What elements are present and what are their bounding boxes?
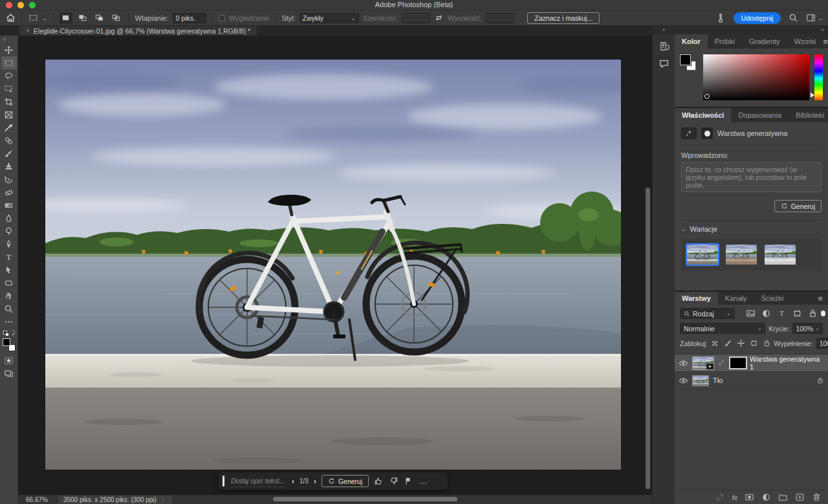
share-button[interactable]: Udostępnij [734, 12, 781, 24]
workspace-icon[interactable] [806, 13, 816, 23]
layer-name[interactable]: Warstwa generatywna 1 [750, 355, 824, 371]
hue-cursor-icon[interactable] [811, 93, 814, 98]
more-options-button[interactable]: … [419, 476, 427, 486]
fill-value-box[interactable]: 100% ⌄ [816, 338, 828, 349]
next-variation-button[interactable]: › [314, 477, 316, 486]
generative-taskbar[interactable]: ‹ 1/3 › Generuj … [219, 472, 448, 490]
tab-adjustments[interactable]: Dopasowania [731, 108, 789, 122]
filter-pixel-layers-icon[interactable] [746, 309, 756, 318]
thumbs-up-button[interactable] [374, 476, 384, 486]
add-mask-button[interactable] [745, 492, 754, 502]
lock-all-icon[interactable] [763, 339, 771, 347]
layer-thumbnail[interactable] [692, 375, 709, 386]
tab-properties[interactable]: Właściwości [675, 108, 731, 122]
hue-slider[interactable] [814, 54, 823, 100]
expand-panels-button[interactable]: » [675, 26, 828, 34]
path-selection-tool[interactable] [1, 263, 17, 276]
visibility-eye-icon[interactable] [679, 358, 688, 368]
shape-tool[interactable] [1, 276, 17, 289]
swap-dimensions-icon[interactable] [434, 13, 444, 23]
toolbar-expand-icon[interactable]: » [3, 37, 6, 43]
history-panel-icon[interactable] [659, 41, 670, 52]
gen-prompt-input[interactable] [230, 476, 287, 487]
layer-row-background[interactable]: Tło [675, 372, 828, 389]
generate-button[interactable]: Generuj [321, 475, 369, 487]
blur-tool[interactable] [1, 212, 17, 225]
tab-patterns[interactable]: Wzorki [787, 34, 823, 49]
feather-input[interactable] [173, 13, 206, 23]
tab-swatches[interactable]: Próbki [708, 34, 742, 49]
generate-button[interactable]: Generuj [774, 200, 822, 212]
prev-variation-button[interactable]: ‹ [292, 477, 294, 486]
lock-position-icon[interactable] [737, 339, 745, 347]
panel-menu-icon[interactable]: ≡ [818, 294, 823, 303]
edit-toolbar-button[interactable] [1, 315, 17, 328]
quick-mask-button[interactable] [1, 354, 17, 367]
opacity-value-box[interactable]: 100% ⌄ [792, 323, 823, 334]
layer-row-generative[interactable]: ✦ Warstwa generatywna 1 [675, 355, 828, 372]
variation-thumbnail-3[interactable] [763, 243, 797, 266]
frame-tool[interactable] [1, 108, 17, 121]
foreground-color-swatch[interactable] [680, 54, 691, 65]
type-tool[interactable]: T [1, 250, 17, 263]
new-group-button[interactable] [778, 492, 788, 502]
chevron-down-icon[interactable]: ⌄ [818, 15, 823, 21]
filter-adjustment-layers-icon[interactable] [761, 309, 771, 318]
marquee-tool-icon[interactable] [28, 13, 38, 23]
object-selection-tool[interactable] [1, 82, 17, 95]
eraser-tool[interactable] [1, 186, 17, 199]
color-swatches[interactable] [3, 338, 16, 351]
search-icon[interactable] [789, 13, 798, 23]
link-layers-button[interactable] [715, 492, 724, 502]
hand-tool[interactable] [1, 289, 17, 302]
antialias-checkbox[interactable] [219, 15, 225, 21]
lock-transparency-icon[interactable] [711, 339, 719, 347]
variation-thumbnail-2[interactable] [724, 243, 758, 266]
variation-thumbnail-1[interactable] [686, 243, 719, 266]
filter-smart-objects-icon[interactable] [808, 309, 818, 318]
visibility-eye-icon[interactable] [679, 376, 688, 386]
default-swap-colors[interactable]: ⤸ [3, 331, 16, 337]
tab-channels[interactable]: Kanały [718, 292, 754, 305]
vertical-scrollbar[interactable] [646, 188, 650, 489]
document-tab[interactable]: × Eleglide-Citycrosser-01.jpg @ 66,7% (W… [19, 26, 257, 36]
report-flag-button[interactable] [404, 476, 413, 486]
add-selection-mode-button[interactable] [76, 12, 89, 24]
delete-layer-button[interactable] [812, 492, 822, 502]
collapse-panels-button[interactable]: « [653, 26, 675, 34]
saturation-brightness-field[interactable] [703, 54, 809, 100]
panel-menu-icon[interactable]: ≡ [823, 37, 828, 47]
lock-pixels-icon[interactable] [724, 339, 732, 347]
layer-name[interactable]: Tło [713, 377, 723, 384]
new-selection-mode-button[interactable] [60, 12, 72, 24]
home-icon[interactable] [5, 12, 16, 23]
crop-tool[interactable] [1, 95, 17, 108]
layer-thumbnail[interactable]: ✦ [692, 356, 714, 370]
foreground-color-swatch[interactable] [3, 338, 10, 346]
tab-layers[interactable]: Warstwy [675, 292, 718, 305]
pen-tool[interactable] [1, 237, 17, 250]
tab-gradients[interactable]: Gradienty [742, 34, 787, 49]
add-adjustment-button[interactable] [761, 492, 771, 502]
intersect-selection-mode-button[interactable] [110, 12, 123, 24]
layer-style-button[interactable]: fx [732, 494, 737, 501]
filter-type-layers-icon[interactable]: T [777, 309, 787, 318]
color-cursor[interactable] [704, 94, 710, 99]
filter-shape-layers-icon[interactable] [792, 309, 802, 318]
document-canvas[interactable] [45, 60, 621, 470]
taskbar-drag-handle[interactable] [223, 476, 224, 487]
document-info[interactable]: 3500 piks. x 2500 piks. (300 ppi) 〉 [58, 496, 172, 504]
beta-flask-icon[interactable] [715, 13, 726, 23]
history-brush-tool[interactable] [1, 173, 17, 186]
tab-libraries[interactable]: Biblioteki [789, 108, 828, 122]
new-layer-button[interactable] [795, 492, 805, 502]
screen-mode-button[interactable] [1, 367, 17, 380]
tab-color[interactable]: Kolor [675, 34, 708, 49]
variations-section-header[interactable]: ⌄ Wariacje [681, 220, 822, 233]
dodge-tool[interactable] [1, 225, 17, 237]
blend-mode-select[interactable]: Normalnie ⌄ [680, 323, 765, 334]
close-tab-icon[interactable]: × [26, 27, 30, 34]
filter-toggle-pill[interactable] [821, 311, 825, 316]
tool-preset-chevron-icon[interactable]: ⌄ [42, 15, 47, 21]
style-select[interactable]: Zwykły ⌄ [300, 13, 359, 23]
